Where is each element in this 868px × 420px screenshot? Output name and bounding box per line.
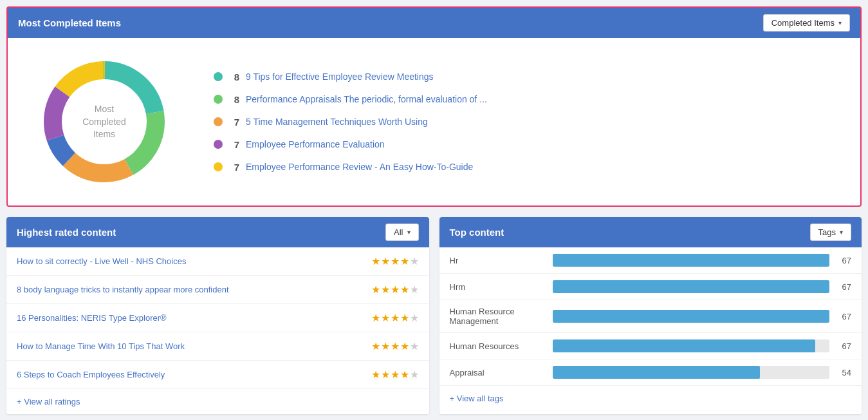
list-item: Human Resources 67 — [439, 333, 862, 359]
top-content-panel: Top content Tags ▾ Hr 67 Hrm 67 — [439, 217, 862, 414]
tags-dropdown[interactable]: Tags ▾ — [810, 224, 851, 241]
view-all-tags-link[interactable]: + View all tags — [439, 385, 862, 411]
donut-chart: MostCompletedItems — [33, 51, 175, 193]
list-item: 16 Personalities: NERIS Type Explorer® ★… — [6, 304, 429, 332]
content-link[interactable]: How to Manage Time With 10 Tips That Wor… — [17, 341, 185, 351]
star-icon: ★ — [371, 255, 380, 267]
bar-count: 67 — [836, 256, 851, 265]
star-icon: ★ — [400, 255, 409, 267]
bar-track — [553, 280, 830, 293]
all-dropdown[interactable]: All ▾ — [385, 224, 418, 241]
bar-label: Human Resources — [450, 341, 546, 351]
bar-track — [553, 366, 830, 379]
star-rating: ★ ★ ★ ★ ★ — [371, 255, 419, 267]
legend-link[interactable]: 9 Tips for Effective Employee Review Mee… — [246, 72, 434, 82]
list-item: 7 Employee Performance Review - An Easy … — [214, 162, 835, 173]
star-icon: ★ — [400, 312, 409, 324]
chevron-down-icon: ▾ — [840, 229, 843, 236]
legend-link[interactable]: Performance Appraisals The periodic, for… — [246, 94, 487, 104]
bar-track — [553, 254, 830, 267]
bar-count: 67 — [836, 341, 851, 351]
legend-dot — [214, 117, 223, 126]
star-icon: ★ — [381, 312, 390, 324]
list-item: 6 Steps to Coach Employees Effectively ★… — [6, 361, 429, 388]
bar-count: 67 — [836, 282, 851, 292]
legend-dot — [214, 72, 223, 81]
widget-header: Most Completed Items Completed Items ▾ — [8, 8, 860, 38]
legend-dot — [214, 162, 223, 171]
star-icon: ★ — [410, 283, 419, 296]
legend-link[interactable]: Employee Performance Review - An Easy Ho… — [246, 162, 473, 172]
star-icon: ★ — [410, 255, 419, 267]
content-link[interactable]: 8 body language tricks to instantly appe… — [17, 285, 229, 294]
list-item: 8 body language tricks to instantly appe… — [6, 276, 429, 304]
top-content-title: Top content — [450, 227, 504, 238]
star-rating: ★ ★ ★ ★ ★ — [371, 312, 419, 324]
list-item: Appraisal 54 — [439, 359, 862, 385]
star-icon: ★ — [410, 312, 419, 324]
star-icon: ★ — [381, 340, 390, 352]
rated-content-panel: Highest rated content All ▾ How to sit c… — [6, 217, 429, 414]
legend-dot — [214, 140, 223, 149]
list-item: 7 5 Time Management Techniques Worth Usi… — [214, 117, 835, 128]
list-item: 8 9 Tips for Effective Employee Review M… — [214, 72, 835, 82]
star-icon: ★ — [400, 368, 409, 381]
list-item: How to Manage Time With 10 Tips That Wor… — [6, 332, 429, 361]
content-link[interactable]: How to sit correctly - Live Well - NHS C… — [17, 256, 186, 266]
star-rating: ★ ★ ★ ★ ★ — [371, 340, 419, 352]
list-item: Human Resource Management 67 — [439, 300, 862, 333]
star-icon: ★ — [371, 283, 380, 296]
completed-items-dropdown[interactable]: Completed Items ▾ — [763, 14, 850, 32]
star-icon: ★ — [391, 255, 400, 267]
legend-list: 8 9 Tips for Effective Employee Review M… — [214, 72, 835, 173]
bar-label: Human Resource Management — [450, 307, 546, 326]
bar-list: Hr 67 Hrm 67 Human Resource Management 6… — [439, 247, 862, 385]
star-icon: ★ — [371, 368, 380, 381]
list-item: Hrm 67 — [439, 274, 862, 300]
content-link[interactable]: 6 Steps to Coach Employees Effectively — [17, 370, 165, 379]
star-icon: ★ — [371, 340, 380, 352]
content-link[interactable]: 16 Personalities: NERIS Type Explorer® — [17, 313, 167, 323]
bar-count: 67 — [836, 312, 851, 321]
legend-link[interactable]: 5 Time Management Techniques Worth Using — [246, 117, 428, 127]
list-item: 7 Employee Performance Evaluation — [214, 139, 835, 150]
star-icon: ★ — [410, 368, 419, 381]
star-icon: ★ — [381, 368, 390, 381]
list-item: Hr 67 — [439, 247, 862, 274]
star-icon: ★ — [381, 283, 390, 296]
rated-panel-header: Highest rated content All ▾ — [6, 217, 429, 247]
bar-fill — [553, 366, 761, 379]
star-icon: ★ — [391, 368, 400, 381]
bar-label: Hr — [450, 256, 546, 265]
bar-fill — [553, 339, 816, 352]
chevron-down-icon: ▾ — [407, 229, 411, 236]
bar-fill — [553, 254, 830, 267]
bar-label: Appraisal — [450, 368, 546, 377]
widget-body: MostCompletedItems 8 9 Tips for Effectiv… — [8, 38, 860, 205]
most-completed-widget: Most Completed Items Completed Items ▾ — [6, 6, 862, 207]
star-icon: ★ — [391, 340, 400, 352]
bar-track — [553, 339, 830, 352]
star-icon: ★ — [371, 312, 380, 324]
bar-count: 54 — [836, 368, 851, 377]
bar-fill — [553, 310, 830, 323]
star-icon: ★ — [400, 283, 409, 296]
star-icon: ★ — [381, 255, 390, 267]
list-item: 8 Performance Appraisals The periodic, f… — [214, 94, 835, 105]
star-icon: ★ — [391, 283, 400, 296]
star-rating: ★ ★ ★ ★ ★ — [371, 283, 419, 296]
rated-list: How to sit correctly - Live Well - NHS C… — [6, 247, 429, 388]
star-icon: ★ — [400, 340, 409, 352]
star-icon: ★ — [410, 340, 419, 352]
rated-panel-title: Highest rated content — [17, 227, 116, 238]
view-all-ratings-link[interactable]: + View all ratings — [6, 388, 429, 414]
top-content-panel-header: Top content Tags ▾ — [439, 217, 862, 247]
bottom-panels: Highest rated content All ▾ How to sit c… — [6, 217, 862, 414]
chevron-down-icon: ▾ — [838, 19, 842, 26]
legend-link[interactable]: Employee Performance Evaluation — [246, 139, 385, 149]
donut-label: MostCompletedItems — [82, 103, 126, 141]
widget-title: Most Completed Items — [18, 17, 121, 28]
star-icon: ★ — [391, 312, 400, 324]
list-item: How to sit correctly - Live Well - NHS C… — [6, 247, 429, 276]
bar-fill — [553, 280, 830, 293]
